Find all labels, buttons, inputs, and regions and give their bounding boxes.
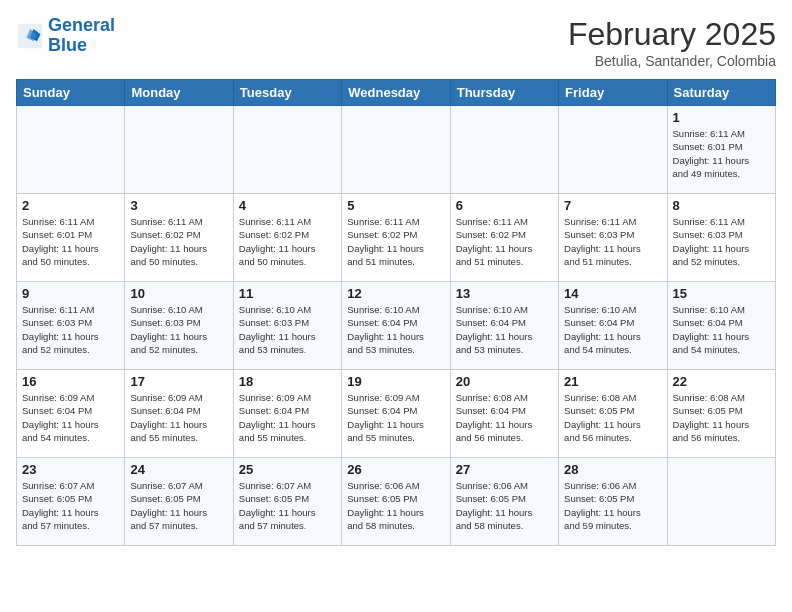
calendar-cell: 27Sunrise: 6:06 AM Sunset: 6:05 PM Dayli…	[450, 458, 558, 546]
day-number: 21	[564, 374, 661, 389]
calendar-cell: 6Sunrise: 6:11 AM Sunset: 6:02 PM Daylig…	[450, 194, 558, 282]
day-info: Sunrise: 6:09 AM Sunset: 6:04 PM Dayligh…	[239, 391, 336, 444]
calendar-cell	[667, 458, 775, 546]
calendar-cell	[559, 106, 667, 194]
day-number: 22	[673, 374, 770, 389]
day-info: Sunrise: 6:11 AM Sunset: 6:01 PM Dayligh…	[673, 127, 770, 180]
day-number: 5	[347, 198, 444, 213]
calendar-cell: 10Sunrise: 6:10 AM Sunset: 6:03 PM Dayli…	[125, 282, 233, 370]
calendar-cell: 28Sunrise: 6:06 AM Sunset: 6:05 PM Dayli…	[559, 458, 667, 546]
day-number: 10	[130, 286, 227, 301]
day-info: Sunrise: 6:06 AM Sunset: 6:05 PM Dayligh…	[564, 479, 661, 532]
day-info: Sunrise: 6:07 AM Sunset: 6:05 PM Dayligh…	[130, 479, 227, 532]
calendar-cell: 19Sunrise: 6:09 AM Sunset: 6:04 PM Dayli…	[342, 370, 450, 458]
day-number: 28	[564, 462, 661, 477]
day-number: 2	[22, 198, 119, 213]
calendar-cell: 24Sunrise: 6:07 AM Sunset: 6:05 PM Dayli…	[125, 458, 233, 546]
day-number: 12	[347, 286, 444, 301]
day-info: Sunrise: 6:10 AM Sunset: 6:03 PM Dayligh…	[239, 303, 336, 356]
day-info: Sunrise: 6:11 AM Sunset: 6:03 PM Dayligh…	[673, 215, 770, 268]
calendar-week-2: 2Sunrise: 6:11 AM Sunset: 6:01 PM Daylig…	[17, 194, 776, 282]
calendar-cell	[450, 106, 558, 194]
day-info: Sunrise: 6:08 AM Sunset: 6:05 PM Dayligh…	[564, 391, 661, 444]
day-number: 23	[22, 462, 119, 477]
day-info: Sunrise: 6:07 AM Sunset: 6:05 PM Dayligh…	[22, 479, 119, 532]
day-number: 15	[673, 286, 770, 301]
weekday-header-friday: Friday	[559, 80, 667, 106]
weekday-header-row: SundayMondayTuesdayWednesdayThursdayFrid…	[17, 80, 776, 106]
day-number: 13	[456, 286, 553, 301]
day-number: 20	[456, 374, 553, 389]
page-header: General Blue February 2025 Betulia, Sant…	[16, 16, 776, 69]
month-title: February 2025	[568, 16, 776, 53]
calendar-cell	[17, 106, 125, 194]
calendar-table: SundayMondayTuesdayWednesdayThursdayFrid…	[16, 79, 776, 546]
day-info: Sunrise: 6:11 AM Sunset: 6:02 PM Dayligh…	[347, 215, 444, 268]
calendar-cell	[342, 106, 450, 194]
weekday-header-sunday: Sunday	[17, 80, 125, 106]
calendar-cell: 11Sunrise: 6:10 AM Sunset: 6:03 PM Dayli…	[233, 282, 341, 370]
day-info: Sunrise: 6:11 AM Sunset: 6:03 PM Dayligh…	[22, 303, 119, 356]
weekday-header-tuesday: Tuesday	[233, 80, 341, 106]
calendar-cell: 16Sunrise: 6:09 AM Sunset: 6:04 PM Dayli…	[17, 370, 125, 458]
day-number: 26	[347, 462, 444, 477]
weekday-header-saturday: Saturday	[667, 80, 775, 106]
day-info: Sunrise: 6:09 AM Sunset: 6:04 PM Dayligh…	[22, 391, 119, 444]
weekday-header-monday: Monday	[125, 80, 233, 106]
calendar-week-4: 16Sunrise: 6:09 AM Sunset: 6:04 PM Dayli…	[17, 370, 776, 458]
day-number: 8	[673, 198, 770, 213]
calendar-cell: 17Sunrise: 6:09 AM Sunset: 6:04 PM Dayli…	[125, 370, 233, 458]
calendar-cell	[233, 106, 341, 194]
day-info: Sunrise: 6:11 AM Sunset: 6:02 PM Dayligh…	[456, 215, 553, 268]
calendar-week-1: 1Sunrise: 6:11 AM Sunset: 6:01 PM Daylig…	[17, 106, 776, 194]
day-info: Sunrise: 6:06 AM Sunset: 6:05 PM Dayligh…	[347, 479, 444, 532]
day-info: Sunrise: 6:10 AM Sunset: 6:04 PM Dayligh…	[456, 303, 553, 356]
calendar-cell: 2Sunrise: 6:11 AM Sunset: 6:01 PM Daylig…	[17, 194, 125, 282]
day-number: 16	[22, 374, 119, 389]
day-number: 9	[22, 286, 119, 301]
calendar-cell: 4Sunrise: 6:11 AM Sunset: 6:02 PM Daylig…	[233, 194, 341, 282]
calendar-cell: 7Sunrise: 6:11 AM Sunset: 6:03 PM Daylig…	[559, 194, 667, 282]
calendar-cell: 1Sunrise: 6:11 AM Sunset: 6:01 PM Daylig…	[667, 106, 775, 194]
day-info: Sunrise: 6:09 AM Sunset: 6:04 PM Dayligh…	[130, 391, 227, 444]
calendar-cell: 12Sunrise: 6:10 AM Sunset: 6:04 PM Dayli…	[342, 282, 450, 370]
day-info: Sunrise: 6:08 AM Sunset: 6:05 PM Dayligh…	[673, 391, 770, 444]
calendar-cell: 23Sunrise: 6:07 AM Sunset: 6:05 PM Dayli…	[17, 458, 125, 546]
calendar-cell: 18Sunrise: 6:09 AM Sunset: 6:04 PM Dayli…	[233, 370, 341, 458]
title-block: February 2025 Betulia, Santander, Colomb…	[568, 16, 776, 69]
calendar-cell: 26Sunrise: 6:06 AM Sunset: 6:05 PM Dayli…	[342, 458, 450, 546]
day-number: 19	[347, 374, 444, 389]
calendar-cell: 9Sunrise: 6:11 AM Sunset: 6:03 PM Daylig…	[17, 282, 125, 370]
day-info: Sunrise: 6:11 AM Sunset: 6:01 PM Dayligh…	[22, 215, 119, 268]
weekday-header-thursday: Thursday	[450, 80, 558, 106]
day-number: 14	[564, 286, 661, 301]
day-info: Sunrise: 6:10 AM Sunset: 6:04 PM Dayligh…	[564, 303, 661, 356]
day-number: 3	[130, 198, 227, 213]
day-number: 1	[673, 110, 770, 125]
location: Betulia, Santander, Colombia	[568, 53, 776, 69]
day-info: Sunrise: 6:08 AM Sunset: 6:04 PM Dayligh…	[456, 391, 553, 444]
day-number: 6	[456, 198, 553, 213]
day-number: 18	[239, 374, 336, 389]
weekday-header-wednesday: Wednesday	[342, 80, 450, 106]
day-number: 27	[456, 462, 553, 477]
logo: General Blue	[16, 16, 115, 56]
day-info: Sunrise: 6:11 AM Sunset: 6:02 PM Dayligh…	[130, 215, 227, 268]
calendar-cell: 21Sunrise: 6:08 AM Sunset: 6:05 PM Dayli…	[559, 370, 667, 458]
calendar-cell: 13Sunrise: 6:10 AM Sunset: 6:04 PM Dayli…	[450, 282, 558, 370]
day-info: Sunrise: 6:10 AM Sunset: 6:04 PM Dayligh…	[347, 303, 444, 356]
day-number: 7	[564, 198, 661, 213]
logo-text: General Blue	[48, 16, 115, 56]
day-number: 4	[239, 198, 336, 213]
logo-icon	[16, 22, 44, 50]
day-number: 11	[239, 286, 336, 301]
calendar-week-5: 23Sunrise: 6:07 AM Sunset: 6:05 PM Dayli…	[17, 458, 776, 546]
day-number: 25	[239, 462, 336, 477]
calendar-cell: 14Sunrise: 6:10 AM Sunset: 6:04 PM Dayli…	[559, 282, 667, 370]
calendar-cell: 25Sunrise: 6:07 AM Sunset: 6:05 PM Dayli…	[233, 458, 341, 546]
day-info: Sunrise: 6:11 AM Sunset: 6:03 PM Dayligh…	[564, 215, 661, 268]
day-info: Sunrise: 6:11 AM Sunset: 6:02 PM Dayligh…	[239, 215, 336, 268]
calendar-cell: 15Sunrise: 6:10 AM Sunset: 6:04 PM Dayli…	[667, 282, 775, 370]
day-number: 24	[130, 462, 227, 477]
calendar-cell: 3Sunrise: 6:11 AM Sunset: 6:02 PM Daylig…	[125, 194, 233, 282]
